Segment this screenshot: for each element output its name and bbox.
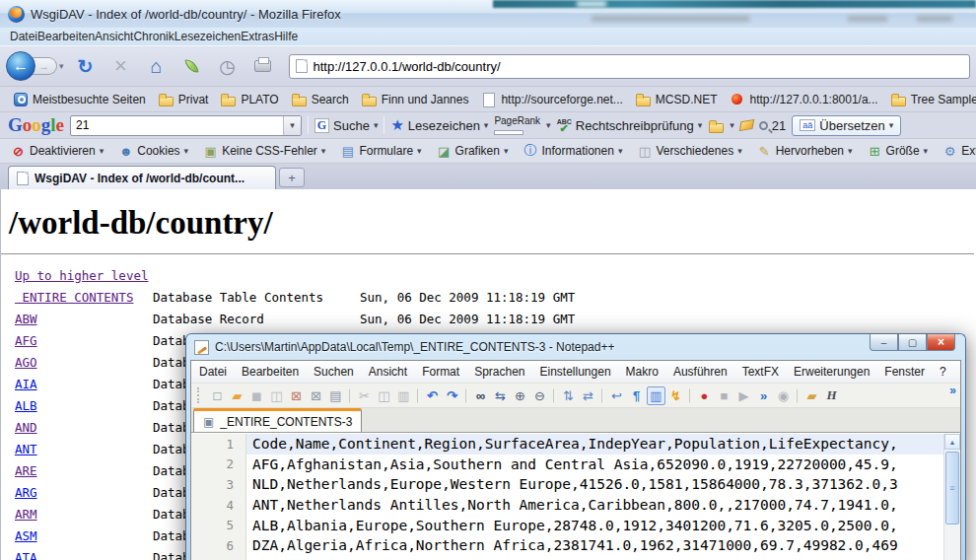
toolbar-icon[interactable] xyxy=(553,388,555,403)
toolbar-icon[interactable]: ⇅ xyxy=(559,386,578,405)
entry-link[interactable]: ATA xyxy=(15,550,37,560)
toolbar-icon[interactable] xyxy=(465,388,467,403)
maximize-button[interactable]: ▢ xyxy=(898,334,927,351)
entry-link[interactable]: ANT xyxy=(15,442,37,456)
firefox-menu-item[interactable]: Bearbeiten xyxy=(37,30,95,43)
bookmark-item[interactable]: PLATO xyxy=(214,91,284,108)
bookmark-item[interactable]: MCSD.NET xyxy=(629,91,724,108)
toolbar-icon[interactable]: ■ xyxy=(715,386,733,405)
history-button[interactable]: ◷ xyxy=(215,53,241,79)
entry-link[interactable]: ARG xyxy=(15,485,37,500)
entry-link[interactable]: ARE xyxy=(15,463,37,478)
bookmark-item[interactable]: http://sourceforge.net... xyxy=(474,91,628,108)
stop-button[interactable]: × xyxy=(108,53,134,79)
entry-link[interactable]: AGO xyxy=(15,355,37,370)
toolbar-icon[interactable]: H xyxy=(822,386,841,405)
entry-link[interactable]: ARM xyxy=(15,507,37,522)
bookmark-item[interactable]: http://127.0.0.1:8001/a... xyxy=(724,91,884,108)
notepadpp-menu-item[interactable]: Fenster xyxy=(884,365,925,379)
toolbar-icon[interactable]: ⊖ xyxy=(530,386,549,405)
toolbar-icon[interactable]: ◫ xyxy=(375,386,393,405)
reload-button[interactable]: ↻ xyxy=(73,53,99,79)
toolbar-icon[interactable]: ◉ xyxy=(774,386,793,405)
toolbar-icon[interactable] xyxy=(349,388,351,403)
notepadpp-menu-item[interactable]: Ausführen xyxy=(673,365,728,379)
firefox-menu-item[interactable]: Datei xyxy=(10,30,37,43)
notepadpp-titlebar[interactable]: C:\Users\Martin\AppData\Local\Temp\_ENTI… xyxy=(190,334,961,360)
toolbar-icon[interactable] xyxy=(797,388,799,403)
toolbar-icon[interactable]: ⊕ xyxy=(511,386,529,405)
notepadpp-menu-item[interactable]: Datei xyxy=(199,365,227,379)
toolbar-icon[interactable]: ↯ xyxy=(666,386,685,405)
dropdown-caret[interactable]: ▾ xyxy=(546,120,551,130)
toolbar-icon[interactable]: ¶ xyxy=(627,386,646,405)
webdev-menu-item[interactable]: ⊞Größe▾ xyxy=(863,142,934,161)
toolbar-icon[interactable]: ▥ xyxy=(647,386,665,405)
line-text[interactable]: ANT,Netherlands Antilles,North America,C… xyxy=(246,495,943,516)
url-bar[interactable] xyxy=(289,54,970,79)
toolbar-icon[interactable]: ↩ xyxy=(607,386,626,405)
toolbar-icon[interactable]: ◼ xyxy=(247,386,266,405)
toolbar-icon[interactable]: ∞ xyxy=(471,386,490,405)
toolbar-icon[interactable]: ▤ xyxy=(326,386,345,405)
firefox-menu-item[interactable]: Extras xyxy=(241,30,274,43)
webdev-menu-item[interactable]: ⚙Extras▾ xyxy=(938,142,976,161)
toolbar-icon[interactable]: ⊠ xyxy=(287,386,306,405)
google-bookmarks-button[interactable]: ★ Lesezeichen ▾ xyxy=(390,116,488,134)
firefox-titlebar[interactable]: WsgiDAV - Index of /world-db/country/ - … xyxy=(0,0,976,28)
back-button[interactable]: ← xyxy=(6,51,35,81)
toolbar-icon[interactable]: □ xyxy=(208,386,227,405)
google-search-box[interactable]: ▾ xyxy=(70,115,302,136)
highlighter-icon[interactable] xyxy=(739,119,754,131)
editor-area[interactable]: 1 Code,Name,Continent,Region,SurfaceArea… xyxy=(191,433,960,560)
find-count[interactable]: 21 xyxy=(759,118,786,133)
line-text[interactable]: DZA,Algeria,Africa,Northern Africa,23817… xyxy=(246,535,943,556)
notepadpp-menu-item[interactable]: Sprachen xyxy=(474,365,524,379)
toolbar-icon[interactable] xyxy=(689,388,691,403)
entry-link[interactable]: ASM xyxy=(15,528,37,543)
url-input[interactable] xyxy=(314,59,963,74)
entry-link[interactable]: AFG xyxy=(15,333,37,348)
notepadpp-menu-item[interactable]: Makro xyxy=(626,365,659,379)
spellcheck-button[interactable]: ABC✔ Rechtschreibprüfung ▾ xyxy=(557,118,703,133)
webdev-menu-item[interactable]: ◪Grafiken▾ xyxy=(432,142,514,161)
toolbar-icon[interactable]: ▰ xyxy=(802,386,821,405)
entry-link[interactable]: ALB xyxy=(15,398,37,413)
toolbar-icon[interactable]: ↷ xyxy=(443,386,461,405)
entry-link[interactable]: AND xyxy=(15,420,37,435)
bookmark-item[interactable]: Privat xyxy=(152,91,215,108)
google-logo[interactable]: Google xyxy=(8,114,64,136)
minimize-button[interactable]: – xyxy=(870,334,898,351)
entry-link[interactable]: ABW xyxy=(15,312,37,326)
up-to-higher-level-link[interactable]: Up to higher level xyxy=(15,268,148,283)
bookmark-item[interactable]: Search xyxy=(285,91,355,108)
line-text[interactable]: Code,Name,Continent,Region,SurfaceArea,I… xyxy=(246,434,943,455)
close-button[interactable]: × xyxy=(927,334,955,351)
translate-button[interactable]: aä Übersetzen ▾ xyxy=(792,115,901,136)
feed-button[interactable] xyxy=(179,53,205,79)
firefox-menu-item[interactable]: Lesezeichen xyxy=(174,30,241,43)
toolbar-icon[interactable]: ⇆ xyxy=(491,386,510,405)
toolbar-icon[interactable]: ▶ xyxy=(734,386,753,405)
entry-link[interactable]: AIA xyxy=(15,377,37,391)
search-dropdown-caret[interactable]: ▾ xyxy=(283,116,301,135)
webdev-menu-item[interactable]: ▤Formulare▾ xyxy=(335,142,426,161)
notepadpp-menu-item[interactable]: Suchen xyxy=(314,365,354,379)
toolbar-icon[interactable]: ⊠ xyxy=(307,386,325,405)
tab-wsgidav[interactable]: WsgiDAV - Index of /world-db/count... xyxy=(8,166,276,189)
webdev-menu-item[interactable]: ⊘Deaktivieren▾ xyxy=(6,142,108,161)
firefox-menu-item[interactable]: Chronik xyxy=(133,30,174,43)
notepadpp-menu-item[interactable]: ? xyxy=(940,365,946,379)
notepadpp-menu-item[interactable]: TextFX xyxy=(742,365,779,379)
google-search-button[interactable]: G Suche ▾ xyxy=(314,118,378,133)
notepadpp-menu-item[interactable]: Bearbeiten xyxy=(242,365,299,379)
webdev-menu-item[interactable]: ⓘInformationen▾ xyxy=(518,140,627,162)
home-button[interactable]: ⌂ xyxy=(144,53,170,79)
toolbar-icon[interactable]: ↶ xyxy=(423,386,442,405)
new-tab-button[interactable]: + xyxy=(279,168,305,187)
toolbar-icon[interactable] xyxy=(417,388,419,403)
toolbar-icon[interactable] xyxy=(601,388,603,403)
notepadpp-menu-item[interactable]: Erweiterungen xyxy=(794,365,870,379)
bookmark-item[interactable]: Meistbesuchte Seiten xyxy=(6,91,152,108)
toolbar-icon[interactable]: ▥ xyxy=(394,386,413,405)
